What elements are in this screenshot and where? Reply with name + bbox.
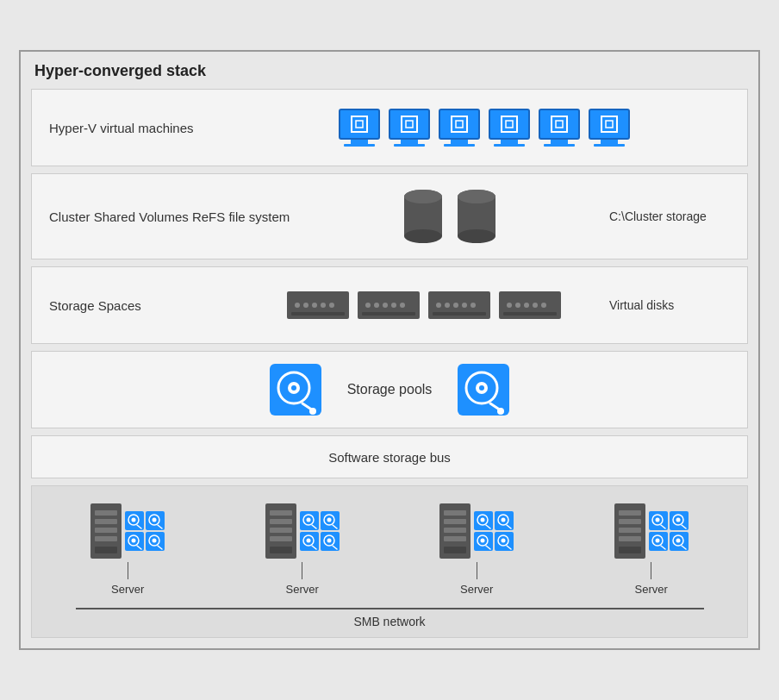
server-tick-1 — [128, 562, 128, 579]
software-bus-layer: Software storage bus — [31, 435, 748, 478]
hyperv-layer: Hyper-V virtual machines — [31, 89, 748, 166]
mini-hdd-4d — [670, 532, 689, 551]
storage-pools-label: Storage pools — [347, 382, 433, 397]
svg-point-24 — [321, 303, 326, 308]
nas-icon-1 — [287, 288, 349, 322]
storage-spaces-label: Storage Spaces — [49, 298, 239, 313]
nas-icon-3 — [428, 288, 490, 322]
server-label-4: Server — [635, 583, 668, 596]
server-tower-3 — [439, 503, 471, 559]
svg-point-30 — [383, 303, 388, 308]
server-with-drives-4 — [614, 503, 689, 559]
server-tick-4 — [651, 562, 651, 579]
svg-rect-108 — [444, 536, 466, 541]
vm-icon-5 — [539, 109, 580, 147]
svg-rect-0 — [352, 116, 367, 132]
svg-point-39 — [471, 303, 476, 308]
mini-hdd-2c — [300, 532, 319, 551]
svg-rect-61 — [95, 510, 117, 516]
csv-icons — [290, 186, 609, 247]
server-tick-2 — [302, 562, 302, 579]
svg-rect-26 — [291, 312, 345, 316]
svg-point-72 — [153, 518, 157, 522]
svg-rect-130 — [619, 536, 641, 541]
svg-rect-131 — [619, 547, 641, 553]
svg-point-124 — [502, 539, 506, 543]
svg-point-112 — [481, 518, 485, 522]
svg-point-98 — [306, 539, 310, 543]
server-node-2: Server — [265, 503, 340, 596]
svg-point-25 — [329, 303, 334, 308]
mini-hdd-1c — [125, 532, 144, 551]
storage-spaces-right-label: Virtual disks — [609, 298, 730, 312]
smb-label: SMB network — [353, 615, 425, 628]
nas-icon-2 — [358, 288, 420, 322]
svg-rect-10 — [601, 116, 617, 132]
drives-grid-1 — [125, 511, 165, 551]
svg-rect-40 — [433, 312, 486, 316]
server-node-4: Server — [614, 503, 689, 596]
svg-rect-85 — [270, 528, 292, 533]
svg-rect-105 — [444, 510, 466, 516]
svg-point-18 — [458, 229, 495, 243]
server-label-2: Server — [286, 583, 319, 596]
mini-hdd-4a — [649, 511, 668, 530]
svg-rect-109 — [444, 547, 466, 553]
vm-screen — [339, 109, 380, 140]
hdd-icon-right — [458, 364, 509, 416]
svg-rect-84 — [270, 519, 292, 524]
svg-rect-5 — [456, 121, 463, 128]
svg-point-53 — [309, 408, 316, 415]
svg-rect-33 — [362, 312, 415, 316]
svg-point-90 — [306, 518, 310, 522]
nas-icon-4 — [499, 288, 561, 322]
svg-rect-129 — [619, 528, 641, 533]
diagram-title: Hyper-converged stack — [31, 62, 748, 80]
svg-rect-9 — [556, 121, 563, 128]
vm-icon-1 — [339, 109, 380, 147]
svg-point-29 — [374, 303, 379, 308]
svg-rect-6 — [502, 116, 517, 132]
svg-point-146 — [676, 539, 680, 543]
svg-rect-87 — [270, 547, 292, 553]
svg-point-51 — [291, 385, 296, 391]
mini-hdd-4c — [649, 532, 668, 551]
svg-point-116 — [502, 518, 506, 522]
vm-icon-4 — [489, 109, 530, 147]
server-node-1: Server — [90, 503, 165, 596]
server-tower-1 — [90, 503, 122, 559]
svg-point-44 — [524, 303, 529, 308]
svg-point-14 — [404, 229, 442, 243]
svg-rect-65 — [95, 547, 117, 553]
svg-rect-128 — [619, 519, 641, 524]
svg-rect-7 — [506, 121, 513, 128]
svg-point-43 — [515, 303, 520, 308]
svg-point-46 — [541, 303, 546, 308]
svg-point-76 — [132, 539, 136, 543]
csv-label: Cluster Shared Volumes ReFS file system — [49, 209, 290, 224]
csv-layer: Cluster Shared Volumes ReFS file system … — [31, 173, 748, 259]
svg-point-57 — [479, 385, 484, 391]
vm-icon-6 — [589, 109, 630, 147]
software-bus-label: Software storage bus — [49, 450, 730, 465]
svg-rect-3 — [406, 121, 413, 128]
db-icon-2 — [454, 186, 499, 247]
svg-rect-86 — [270, 536, 292, 541]
server-tower-4 — [614, 503, 645, 559]
mini-hdd-3b — [495, 511, 514, 530]
mini-hdd-2b — [321, 511, 340, 530]
hdd-icon-left — [270, 364, 321, 416]
server-with-drives-3 — [439, 503, 514, 559]
svg-point-142 — [655, 539, 659, 543]
storage-pools-layer: Storage pools — [31, 351, 748, 428]
svg-point-102 — [327, 539, 331, 543]
mini-hdd-1b — [146, 511, 165, 530]
svg-rect-83 — [270, 510, 292, 516]
svg-rect-106 — [444, 519, 466, 524]
server-tower-2 — [265, 503, 296, 559]
vm-icon-3 — [439, 109, 480, 147]
hyperv-label: Hyper-V virtual machines — [49, 121, 239, 135]
svg-point-138 — [676, 518, 680, 522]
diagram-container: Hyper-converged stack Hyper-V virtual ma… — [19, 50, 760, 650]
svg-point-37 — [453, 303, 458, 308]
